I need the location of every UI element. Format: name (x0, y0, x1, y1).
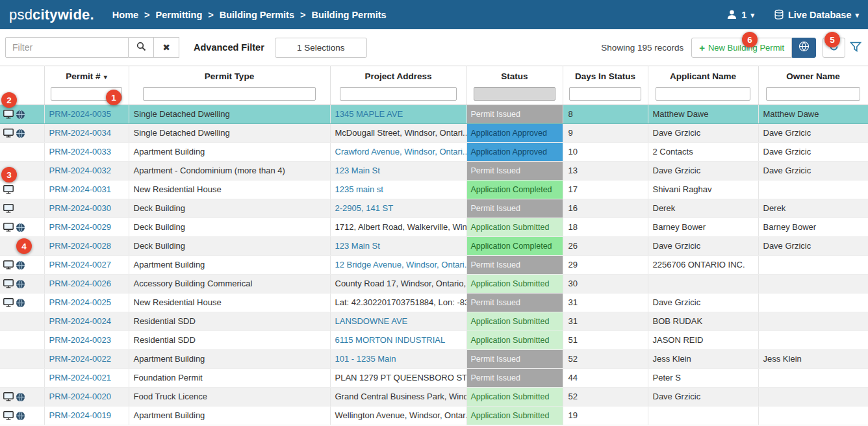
globe-icon[interactable] (16, 392, 25, 402)
table-row[interactable]: PRM-2024-0031New Residential House1235 m… (0, 180, 868, 199)
filter-input[interactable] (5, 37, 129, 58)
permit-number-link[interactable]: PRM-2024-0019 (49, 410, 111, 420)
applicant-name-cell: Barney Bower (648, 218, 758, 236)
permit-number-link[interactable]: PRM-2024-0021 (49, 373, 111, 382)
column-header-permit[interactable]: Permit #▾ (44, 66, 129, 86)
map-view-button[interactable] (792, 38, 816, 58)
table-row[interactable]: PRM-2024-0029Deck Building1712, Albert R… (0, 218, 868, 236)
table-row[interactable]: PRM-2024-0023Residential SDD6115 MORTON … (0, 331, 868, 349)
days-in-status-cell: 18 (563, 218, 648, 236)
project-address-link[interactable]: 123 Main St (335, 241, 380, 251)
permit-number-link[interactable]: PRM-2024-0025 (49, 297, 111, 307)
breadcrumb-item[interactable]: Permitting (156, 10, 203, 20)
monitor-icon[interactable] (3, 129, 14, 138)
status-column-filter-input[interactable] (474, 87, 555, 101)
clear-filter-button[interactable]: ✖ (154, 37, 179, 58)
globe-icon[interactable] (16, 260, 25, 270)
table-row[interactable]: PRM-2024-0030Deck Building2-2905, 141 ST… (0, 199, 868, 218)
monitor-icon[interactable] (3, 110, 14, 119)
permit-number-link[interactable]: PRM-2024-0035 (49, 109, 111, 119)
column-header-type[interactable]: Permit Type (129, 66, 330, 86)
permit-number-link[interactable]: PRM-2024-0034 (49, 128, 111, 138)
column-header-address[interactable]: Project Address (330, 66, 466, 86)
permit-number-link[interactable]: PRM-2024-0026 (49, 279, 111, 288)
monitor-icon[interactable] (3, 204, 14, 213)
permit-number-link[interactable]: PRM-2024-0022 (49, 354, 111, 364)
database-menu[interactable]: Live Database ▾ (774, 9, 859, 20)
project-address-link[interactable]: 1235 main st (335, 184, 383, 194)
applicant-column-filter-input[interactable] (656, 87, 750, 101)
selections-button[interactable]: 1 Selections (275, 38, 367, 58)
project-address-link[interactable]: 101 - 1235 Main (335, 354, 396, 364)
breadcrumb-item[interactable]: Home (112, 10, 138, 20)
owner-name-cell (758, 406, 868, 425)
permit-number-link[interactable]: PRM-2024-0030 (49, 203, 111, 213)
permit-number-link[interactable]: PRM-2024-0027 (49, 260, 111, 269)
project-address-link[interactable]: Crawford Avenue, Windsor, Ontari... (335, 147, 467, 157)
table-row[interactable]: PRM-2024-0028Deck Building123 Main StApp… (0, 236, 868, 255)
table-row[interactable]: PRM-2024-0034Single Detached DwellingMcD… (0, 123, 868, 142)
address-column-filter-input[interactable] (340, 87, 457, 101)
globe-icon[interactable] (16, 279, 25, 289)
globe-icon[interactable] (16, 223, 25, 232)
project-address-link[interactable]: 12 Bridge Avenue, Windsor, Ontari... (335, 260, 467, 269)
table-row[interactable]: PRM-2024-0026Accessory Building Commeric… (0, 274, 868, 293)
row-icons-cell (0, 180, 44, 199)
permit-cell: PRM-2024-0030 (44, 199, 129, 218)
breadcrumb-item[interactable]: Building Permits (311, 10, 386, 20)
permit-number-link[interactable]: PRM-2024-0020 (49, 392, 111, 401)
table-row[interactable]: PRM-2024-0033Apartment BuildingCrawford … (0, 142, 868, 161)
globe-icon[interactable] (16, 129, 25, 138)
type-column-filter-input[interactable] (143, 87, 316, 101)
permit-number-link[interactable]: PRM-2024-0024 (49, 316, 111, 326)
project-address-link[interactable]: 123 Main St (335, 166, 380, 175)
row-icons-cell (0, 349, 44, 368)
days-column-filter-input[interactable] (569, 87, 642, 101)
column-filter-toggle-button[interactable] (849, 40, 863, 55)
project-address-link[interactable]: LANSDOWNE AVE (335, 316, 408, 326)
column-header-status[interactable]: Status (466, 66, 563, 86)
monitor-icon[interactable] (3, 298, 14, 307)
table-row[interactable]: PRM-2024-0032Apartment - Condominium (mo… (0, 161, 868, 180)
project-address-link[interactable]: 6115 MORTON INDUSTRIAL (335, 335, 446, 345)
monitor-icon[interactable] (3, 279, 14, 288)
monitor-icon[interactable] (3, 185, 14, 194)
monitor-icon[interactable] (3, 392, 14, 401)
search-button[interactable] (129, 37, 154, 58)
permit-number-link[interactable]: PRM-2024-0028 (49, 241, 111, 251)
permit-cell: PRM-2024-0021 (44, 368, 129, 387)
table-row[interactable]: PRM-2024-0035Single Detached Dwelling134… (0, 105, 868, 123)
project-address-link[interactable]: 1345 MAPLE AVE (335, 109, 403, 119)
project-address-link[interactable]: 2-2905, 141 ST (335, 203, 394, 213)
globe-icon[interactable] (16, 110, 25, 119)
monitor-icon[interactable] (3, 260, 14, 269)
breadcrumb-separator: > (144, 10, 149, 20)
table-row[interactable]: PRM-2024-0022Apartment Building101 - 123… (0, 349, 868, 368)
owner-column-filter-input[interactable] (766, 87, 860, 101)
app-logo[interactable]: psdcitywide. (9, 6, 94, 23)
globe-icon[interactable] (16, 298, 25, 308)
permit-number-link[interactable]: PRM-2024-0032 (49, 166, 111, 175)
monitor-icon[interactable] (3, 223, 14, 232)
column-header-applicant[interactable]: Applicant Name (648, 66, 758, 86)
table-row[interactable]: PRM-2024-0021Foundation PermitPLAN 1279 … (0, 368, 868, 387)
days-in-status-cell: 30 (563, 274, 648, 293)
permit-number-link[interactable]: PRM-2024-0033 (49, 147, 111, 157)
table-row[interactable]: PRM-2024-0025New Residential HouseLat: 4… (0, 293, 868, 312)
globe-icon[interactable] (16, 411, 25, 421)
sort-caret-icon: ▾ (104, 73, 107, 81)
permit-number-link[interactable]: PRM-2024-0031 (49, 184, 111, 194)
permit-number-link[interactable]: PRM-2024-0023 (49, 335, 111, 345)
logo-prefix: psd (9, 6, 32, 23)
monitor-icon[interactable] (3, 411, 14, 420)
table-row[interactable]: PRM-2024-0019Apartment BuildingWellingto… (0, 406, 868, 425)
column-header-days[interactable]: Days In Status (563, 66, 648, 86)
column-header-label: Permit # (66, 71, 100, 81)
table-row[interactable]: PRM-2024-0020Food Truck LicenceGrand Cen… (0, 387, 868, 406)
user-menu[interactable]: 1 ▾ (726, 9, 754, 20)
table-row[interactable]: PRM-2024-0024Residential SDDLANSDOWNE AV… (0, 312, 868, 331)
column-header-owner[interactable]: Owner Name (758, 66, 868, 86)
breadcrumb-item[interactable]: Building Permits (220, 10, 294, 20)
permit-number-link[interactable]: PRM-2024-0029 (49, 222, 111, 232)
table-row[interactable]: PRM-2024-0027Apartment Building12 Bridge… (0, 255, 868, 274)
